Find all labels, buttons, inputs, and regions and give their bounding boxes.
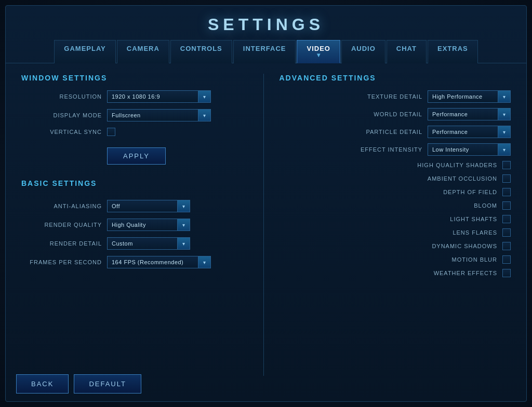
render-detail-dropdown-arrow: ▾ [177, 238, 190, 249]
render-quality-dropdown-arrow: ▾ [177, 219, 190, 230]
weather-effects-row: WEATHER EFFECTS [280, 269, 511, 277]
page-title: SETTINGS [6, 6, 526, 39]
render-detail-label: RENDER DETAIL [21, 240, 102, 247]
bloom-checkbox[interactable] [502, 201, 511, 210]
tab-controls[interactable]: CONTROLS [170, 40, 232, 63]
display-mode-label: DISPLAY MODE [21, 112, 102, 118]
display-mode-dropdown[interactable]: Fullscreen ▾ [107, 109, 211, 121]
anti-aliasing-dropdown[interactable]: Off ▾ [107, 200, 190, 212]
effect-intensity-label: EFFECT INTENSITY [361, 146, 422, 153]
render-quality-row: RENDER QUALITY High Quality ▾ [21, 219, 253, 231]
lens-flares-row: LENS FLARES [280, 228, 511, 237]
lens-flares-label: LENS FLARES [453, 229, 497, 236]
world-detail-dropdown-arrow: ▾ [498, 108, 510, 120]
hq-shaders-label: HIGH QUALITY SHADERS [417, 162, 497, 168]
fps-row: FRAMES PER SECOND 164 FPS (Recommended) … [21, 256, 253, 268]
display-mode-row: DISPLAY MODE Fullscreen ▾ [21, 109, 253, 121]
depth-of-field-checkbox[interactable] [502, 188, 511, 196]
depth-of-field-label: DEPTH OF FIELD [443, 189, 497, 195]
ambient-occlusion-row: AMBIENT OCCLUSION [280, 174, 511, 183]
dynamic-shadows-label: DYNAMIC SHADOWS [432, 243, 497, 249]
weather-effects-label: WEATHER EFFECTS [434, 270, 497, 276]
resolution-dropdown-arrow: ▾ [198, 91, 210, 102]
particle-detail-label: PARTICLE DETAIL [366, 129, 422, 135]
texture-detail-dropdown-arrow: ▾ [498, 91, 510, 102]
effect-intensity-row: EFFECT INTENSITY Low Intensity ▾ [280, 143, 511, 156]
anti-aliasing-dropdown-arrow: ▾ [177, 200, 190, 212]
light-shafts-label: LIGHT SHAFTS [450, 216, 497, 222]
ambient-occlusion-checkbox[interactable] [502, 174, 511, 183]
tab-video[interactable]: VIDEO [297, 40, 340, 63]
tab-interface[interactable]: INTERFACE [233, 40, 296, 63]
hq-shaders-row: HIGH QUALITY SHADERS [280, 161, 511, 169]
left-column: WINDOW SETTINGS RESOLUTION 1920 x 1080 1… [21, 74, 264, 376]
anti-aliasing-row: ANTI-ALIASING Off ▾ [21, 200, 253, 212]
world-detail-dropdown[interactable]: Performance ▾ [428, 108, 511, 120]
content-area: WINDOW SETTINGS RESOLUTION 1920 x 1080 1… [6, 63, 526, 386]
particle-detail-row: PARTICLE DETAIL Performance ▾ [280, 126, 511, 138]
back-button[interactable]: BACK [16, 374, 69, 394]
right-column: ADVANCED SETTINGS TEXTURE DETAIL High Pe… [264, 74, 511, 376]
resolution-label: RESOLUTION [21, 93, 102, 100]
vsync-label: VERTICAL SYNC [21, 129, 102, 135]
bloom-label: BLOOM [474, 202, 497, 209]
render-detail-dropdown[interactable]: Custom ▾ [107, 237, 190, 250]
vsync-checkbox[interactable] [107, 128, 115, 136]
tab-extras[interactable]: EXTRAS [428, 40, 478, 63]
motion-blur-row: MOTION BLUR [280, 255, 511, 264]
motion-blur-checkbox[interactable] [502, 255, 511, 264]
texture-detail-label: TEXTURE DETAIL [367, 93, 422, 100]
depth-of-field-row: DEPTH OF FIELD [280, 188, 511, 196]
ambient-occlusion-label: AMBIENT OCCLUSION [428, 175, 497, 182]
tab-camera[interactable]: CAMERA [117, 40, 169, 63]
dynamic-shadows-checkbox[interactable] [502, 242, 511, 250]
tab-gameplay[interactable]: GAMEPLAY [54, 40, 115, 63]
anti-aliasing-label: ANTI-ALIASING [21, 203, 102, 209]
particle-detail-dropdown-arrow: ▾ [498, 126, 510, 138]
tab-audio[interactable]: AUDIO [341, 40, 385, 63]
window-settings-title: WINDOW SETTINGS [21, 74, 253, 82]
resolution-row: RESOLUTION 1920 x 1080 16:9 ▾ [21, 90, 253, 103]
lens-flares-checkbox[interactable] [502, 228, 511, 237]
bloom-row: BLOOM [280, 201, 511, 210]
weather-effects-checkbox[interactable] [502, 269, 511, 277]
world-detail-row: WORLD DETAIL Performance ▾ [280, 108, 511, 120]
particle-detail-dropdown[interactable]: Performance ▾ [428, 126, 511, 138]
vsync-row: VERTICAL SYNC [21, 128, 253, 136]
effect-intensity-dropdown-arrow: ▾ [498, 144, 510, 155]
render-quality-dropdown[interactable]: High Quality ▾ [107, 219, 190, 231]
texture-detail-row: TEXTURE DETAIL High Performance ▾ [280, 90, 511, 103]
effect-intensity-dropdown[interactable]: Low Intensity ▾ [428, 143, 511, 156]
dynamic-shadows-row: DYNAMIC SHADOWS [280, 242, 511, 250]
default-button[interactable]: DEFAULT [74, 374, 141, 394]
light-shafts-checkbox[interactable] [502, 215, 511, 223]
world-detail-label: WORLD DETAIL [374, 111, 422, 117]
render-detail-row: RENDER DETAIL Custom ▾ [21, 237, 253, 250]
fps-label: FRAMES PER SECOND [21, 259, 102, 265]
resolution-dropdown[interactable]: 1920 x 1080 16:9 ▾ [107, 90, 211, 103]
light-shafts-row: LIGHT SHAFTS [280, 215, 511, 223]
hq-shaders-checkbox[interactable] [502, 161, 511, 169]
render-quality-label: RENDER QUALITY [21, 222, 102, 228]
fps-dropdown-arrow: ▾ [198, 256, 210, 268]
advanced-settings-title: ADVANCED SETTINGS [280, 74, 511, 82]
bottom-bar: BACK DEFAULT [16, 374, 141, 394]
tab-chat[interactable]: CHAT [387, 40, 427, 63]
texture-detail-dropdown[interactable]: High Performance ▾ [428, 90, 511, 103]
basic-settings-title: BASIC SETTINGS [21, 179, 253, 187]
display-mode-dropdown-arrow: ▾ [198, 110, 210, 121]
motion-blur-label: MOTION BLUR [452, 256, 497, 263]
tabs-bar: GAMEPLAY CAMERA CONTROLS INTERFACE VIDEO… [6, 39, 526, 63]
fps-dropdown[interactable]: 164 FPS (Recommended) ▾ [107, 256, 211, 268]
apply-button[interactable]: APPLY [107, 147, 166, 165]
